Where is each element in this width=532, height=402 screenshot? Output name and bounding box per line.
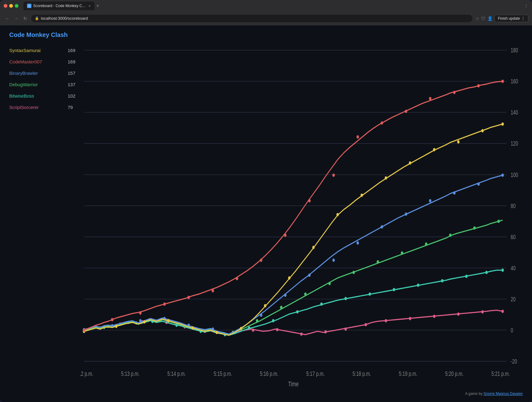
footer-text: A game by [465,392,484,396]
line-debugwarrior [84,220,503,334]
svg-point-130 [187,296,190,299]
svg-point-101 [357,241,359,245]
svg-point-141 [453,91,456,94]
svg-text:5:16 p.m.: 5:16 p.m. [260,370,278,377]
finish-update-button[interactable]: Finish update ⋮ [494,15,528,22]
svg-text:120: 120 [511,140,518,147]
svg-text:5:19 p.m.: 5:19 p.m. [399,370,417,377]
chart-svg: 180 160 140 120 100 80 60 40 20 0 -20 5:… [80,45,523,389]
tab-favicon: S [27,4,31,8]
svg-point-86 [425,243,427,246]
svg-point-111 [167,319,170,323]
svg-point-134 [284,234,286,237]
svg-point-99 [308,274,311,277]
svg-text:60: 60 [511,233,516,240]
traffic-lights [4,4,18,8]
svg-point-67 [417,283,419,287]
svg-point-118 [336,213,339,216]
url-text: localhost:3000/scoreboard [41,16,469,21]
svg-point-65 [369,292,371,296]
svg-point-142 [477,84,480,87]
svg-point-87 [449,234,452,237]
title-bar: S Scoreboard - Code Monkey C... ✕ + ⋮ [0,0,532,12]
svg-point-97 [260,314,262,317]
legend-player-name: DebugWarrior [9,82,38,87]
svg-point-44 [324,330,327,334]
svg-text:5:15 p.m.: 5:15 p.m. [214,370,232,377]
svg-text:20: 20 [511,296,516,303]
svg-point-49 [433,315,435,318]
svg-point-92 [139,319,142,323]
svg-text:5:17 p.m.: 5:17 p.m. [306,370,325,377]
svg-point-127 [111,318,114,321]
svg-text:180: 180 [511,47,518,54]
svg-point-82 [328,282,331,285]
svg-text:5:20 p.m.: 5:20 p.m. [445,370,464,377]
address-right-icons: ☆ 🛡 👤 Finish update ⋮ [475,15,528,22]
svg-point-81 [304,292,307,296]
legend-item: DebugWarrior 137 [9,82,80,87]
svg-point-100 [332,259,335,262]
svg-point-143 [502,80,504,83]
shield-icon[interactable]: 🛡 [481,16,486,21]
minimize-button[interactable] [9,4,13,8]
svg-point-113 [216,331,218,334]
svg-point-98 [284,294,286,297]
svg-text:140: 140 [511,109,518,116]
close-button[interactable] [4,4,7,8]
legend-player-score: 137 [68,82,80,87]
svg-point-124 [481,129,484,132]
svg-point-61 [272,319,274,323]
svg-point-43 [300,332,303,336]
line-scriptsorcerer [84,310,503,335]
svg-point-69 [465,275,468,278]
svg-point-79 [256,319,258,323]
legend-panel: SyntaxSamurai 169 CodeMaster007 169 Bina… [9,45,80,389]
svg-point-140 [429,97,431,100]
svg-text:5:18 p.m.: 5:18 p.m. [353,370,371,377]
active-tab[interactable]: S Scoreboard - Code Monkey C... ✕ [23,2,94,10]
svg-point-115 [264,304,266,308]
bookmark-icon[interactable]: ☆ [475,16,479,21]
address-bar[interactable]: 🔒 localhost:3000/scoreboard [31,14,473,23]
page-title: Code Monkey Clash [9,31,523,38]
legend-item: SyntaxSamurai 169 [9,48,80,53]
svg-point-84 [377,260,379,263]
forward-button[interactable]: → [13,15,20,22]
legend-item: CodeMaster007 169 [9,59,80,64]
svg-point-107 [502,174,504,177]
tab-title: Scoreboard - Code Monkey C... [33,4,85,8]
svg-text:80: 80 [511,202,516,209]
svg-point-120 [385,176,387,180]
svg-point-121 [409,161,411,165]
scoreboard-container: SyntaxSamurai 169 CodeMaster007 169 Bina… [9,45,523,389]
maximize-button[interactable] [15,4,18,8]
tab-close-icon[interactable]: ✕ [88,4,91,8]
legend-player-score: 157 [68,70,80,76]
svg-point-104 [429,199,431,203]
extensions-icon[interactable]: ⋮ [524,3,528,8]
profile-icon[interactable]: 👤 [487,16,493,21]
svg-text:5:13 p.m.: 5:13 p.m. [121,370,140,377]
dots-scriptsorcerer [83,310,504,336]
svg-point-48 [409,317,411,320]
footer-author-link[interactable]: Snorre Magnus Davøen [484,392,523,396]
svg-text:Time: Time [288,380,298,388]
svg-text:5:12 p.m.: 5:12 p.m. [80,370,93,377]
svg-point-117 [312,246,315,249]
legend-player-name: BinaryBrawler [9,70,38,76]
page-content: Code Monkey Clash SyntaxSamurai 169 Code… [0,25,532,402]
finish-update-label: Finish update [498,16,520,21]
svg-text:5:14 p.m.: 5:14 p.m. [167,370,186,377]
svg-point-45 [344,328,347,331]
back-button[interactable]: ← [4,15,10,22]
new-tab-button[interactable]: + [94,3,101,9]
refresh-button[interactable]: ↻ [22,15,28,22]
svg-point-64 [344,297,347,300]
legend-item: BinaryBrawler 157 [9,70,80,76]
svg-point-133 [260,259,262,262]
svg-point-85 [401,251,403,255]
svg-text:100: 100 [511,171,518,178]
svg-text:5:21 p.m.: 5:21 p.m. [491,370,510,377]
svg-point-68 [441,279,443,283]
